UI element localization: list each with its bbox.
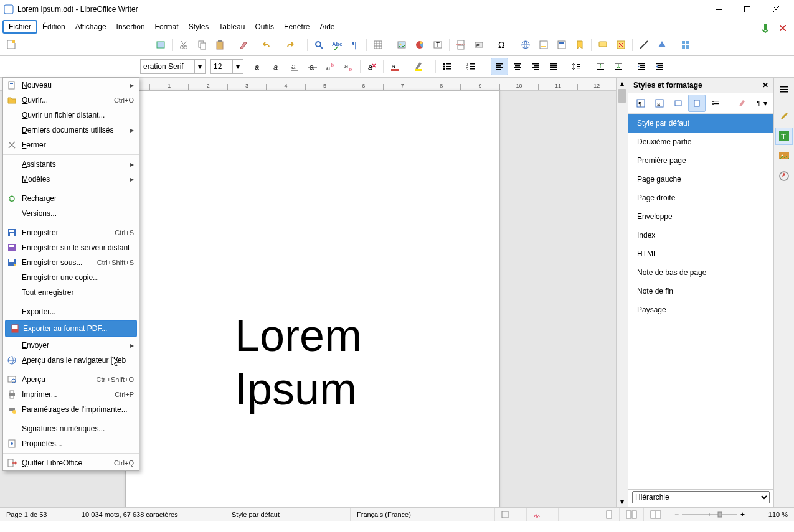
align-right-button[interactable] <box>527 58 544 75</box>
close-doc-button[interactable] <box>774 19 792 37</box>
basic-shapes-button[interactable] <box>653 36 671 54</box>
style-item[interactable]: Paysage <box>628 301 773 319</box>
strike-button[interactable]: a <box>304 58 321 75</box>
chevron-down-icon[interactable]: ▾ <box>194 60 205 73</box>
find-button[interactable] <box>310 36 328 54</box>
properties-tab-icon[interactable] <box>775 108 793 125</box>
menu-item[interactable]: AperçuCtrl+Shift+O <box>3 372 139 387</box>
menu-tableau[interactable]: Tableau <box>214 19 250 34</box>
view-multi-page-button[interactable] <box>620 508 644 521</box>
italic-button[interactable]: a <box>268 58 285 75</box>
increase-spacing-button[interactable] <box>592 58 609 75</box>
vertical-scrollbar[interactable]: ▴ ▾ <box>616 78 628 507</box>
font-size-input[interactable] <box>211 60 232 73</box>
window-minimize-button[interactable] <box>704 0 733 19</box>
subscript-button[interactable]: ab <box>340 58 357 75</box>
insert-textbox-button[interactable]: T <box>429 36 447 54</box>
scroll-up-icon[interactable]: ▴ <box>617 78 628 89</box>
clear-formatting-button[interactable]: a <box>363 58 380 75</box>
page-styles-button[interactable] <box>688 95 706 112</box>
special-char-button[interactable]: Ω <box>494 36 511 54</box>
gallery-tab-icon[interactable] <box>775 147 793 165</box>
endnote-button[interactable] <box>553 36 570 54</box>
formatting-marks-button[interactable]: ¶ <box>346 36 364 54</box>
align-justify-button[interactable] <box>545 58 562 75</box>
menu-edition[interactable]: Édition <box>37 19 70 34</box>
numbering-button[interactable]: 123 <box>462 58 480 75</box>
new-style-button[interactable]: ¶▾ <box>752 95 770 112</box>
list-styles-button[interactable] <box>707 95 724 112</box>
decrease-spacing-button[interactable] <box>610 58 627 75</box>
scroll-thumb[interactable] <box>618 89 626 103</box>
menu-fichier[interactable]: Fichier <box>2 20 37 34</box>
menu-item[interactable]: Signatures numériques... <box>3 421 139 436</box>
menu-item[interactable]: Derniers documents utilisés▸ <box>3 123 139 138</box>
format-paintbrush-button[interactable] <box>235 36 252 54</box>
document-heading[interactable]: LoremIpsum <box>235 309 362 416</box>
increase-indent-button[interactable] <box>633 58 650 75</box>
line-button[interactable] <box>635 36 653 54</box>
underline-button[interactable]: a <box>286 58 303 75</box>
menu-format[interactable]: Format <box>150 19 184 34</box>
menu-item[interactable]: Ouvrir un fichier distant... <box>3 108 139 123</box>
draw-functions-button[interactable] <box>677 36 694 54</box>
update-icon[interactable] <box>757 19 774 37</box>
track-changes-button[interactable] <box>612 36 630 54</box>
status-style[interactable]: Style par défaut <box>225 508 351 521</box>
view-book-button[interactable] <box>644 508 668 521</box>
style-item[interactable]: Page gauche <box>628 170 773 189</box>
bold-button[interactable]: a <box>250 58 267 75</box>
footnote-button[interactable] <box>535 36 552 54</box>
menu-item[interactable]: Enregistrer sur le serveur distant <box>3 240 139 255</box>
character-styles-button[interactable]: a <box>651 95 668 112</box>
style-item[interactable]: Enveloppe <box>628 207 773 226</box>
paragraph-styles-button[interactable]: ¶ <box>632 95 650 112</box>
style-item[interactable]: Page droite <box>628 189 773 207</box>
frame-styles-button[interactable] <box>669 95 687 112</box>
status-wordcount[interactable]: 10 034 mots, 67 638 caractères <box>75 508 225 521</box>
menu-item[interactable]: Envoyer▸ <box>3 338 139 353</box>
style-item[interactable]: Note de fin <box>628 282 773 301</box>
menu-item[interactable]: Enregistrer sous...Ctrl+Shift+S <box>3 255 139 270</box>
style-item[interactable]: Première page <box>628 151 773 170</box>
insert-field-button[interactable]: # <box>470 36 488 54</box>
menu-item[interactable]: Ouvrir...Ctrl+O <box>3 93 139 108</box>
menu-item[interactable]: Imprimer...Ctrl+P <box>3 387 139 402</box>
align-left-button[interactable] <box>491 58 508 75</box>
menu-insertion[interactable]: Insertion <box>111 19 150 34</box>
spellcheck-button[interactable]: Abc <box>328 36 346 54</box>
superscript-button[interactable]: ab <box>322 58 339 75</box>
undo-button[interactable] <box>258 36 275 54</box>
copy-button[interactable] <box>193 36 210 54</box>
menu-item[interactable]: Exporter au format PDF... <box>5 320 137 337</box>
menu-aide[interactable]: Aide <box>314 19 339 34</box>
menu-item[interactable]: Tout enregistrer <box>3 285 139 300</box>
menu-affichage[interactable]: Affichage <box>70 19 111 34</box>
menu-item[interactable]: Enregistrer une copie... <box>3 270 139 285</box>
t1[interactable] <box>2 36 20 54</box>
menu-item[interactable]: EnregistrerCtrl+S <box>3 225 139 240</box>
insert-table-button[interactable] <box>369 36 387 54</box>
sidebar-close-button[interactable]: ✕ <box>762 81 768 90</box>
insert-image-button[interactable] <box>393 36 410 54</box>
menu-fenetre[interactable]: Fenêtre <box>279 19 314 34</box>
cut-button[interactable] <box>175 36 192 54</box>
chevron-down-icon[interactable]: ▾ <box>232 60 243 73</box>
align-center-button[interactable] <box>509 58 526 75</box>
window-close-button[interactable] <box>762 0 790 19</box>
highlight-color-button[interactable] <box>410 58 427 75</box>
style-item[interactable]: Style par défaut <box>628 114 773 133</box>
status-insert-mode[interactable] <box>463 508 495 521</box>
fill-format-button[interactable] <box>734 95 751 112</box>
menu-item[interactable]: Versions... <box>3 206 139 221</box>
decrease-indent-button[interactable] <box>651 58 668 75</box>
menu-item[interactable]: Quitter LibreOfficeCtrl+Q <box>3 455 139 470</box>
font-name-input[interactable] <box>141 60 194 73</box>
font-name-combo[interactable]: ▾ <box>140 59 206 74</box>
hyperlink-button[interactable] <box>517 36 534 54</box>
paste-button[interactable] <box>211 36 229 54</box>
t-sel[interactable] <box>152 36 169 54</box>
style-item[interactable]: Note de bas de page <box>628 263 773 282</box>
styles-list[interactable]: Style par défautDeuxième partiePremière … <box>628 114 773 489</box>
menu-item[interactable]: Recharger <box>3 191 139 206</box>
